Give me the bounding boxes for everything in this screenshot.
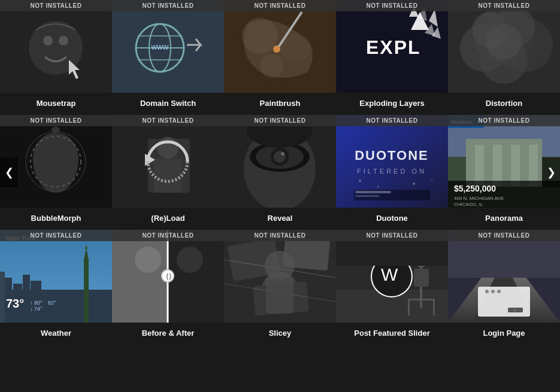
- plugin-name-post-featured-slider: Post Featured Slider: [354, 329, 429, 338]
- plugin-thumb-slicey: NOT INSTALLED: [224, 230, 336, 323]
- svg-point-129: [491, 290, 495, 293]
- svg-text:$5,250,000: $5,250,000: [454, 184, 496, 193]
- plugin-item-exploding-layers[interactable]: NOT INSTALLED EXPL Exploding Layers: [336, 0, 448, 115]
- svg-rect-68: [511, 145, 520, 187]
- plugin-item-reveal[interactable]: NOT INSTALLED Reveal: [224, 115, 336, 230]
- plugin-name-exploding-layers: Exploding Layers: [359, 99, 424, 108]
- svg-text:82°: 82°: [48, 300, 56, 306]
- plugin-name-panorama: Panorama: [485, 214, 523, 223]
- svg-point-107: [265, 251, 295, 281]
- plugin-name-bubblemorph: BubbleMorph: [31, 214, 81, 223]
- svg-point-95: [177, 247, 203, 273]
- svg-point-33: [486, 24, 522, 60]
- svg-rect-132: [483, 302, 525, 306]
- svg-rect-117: [408, 300, 410, 315]
- plugin-item-post-featured-slider[interactable]: NOT INSTALLED W: [336, 230, 448, 345]
- plugin-thumb-weather: NOT INSTALLED: [0, 230, 112, 323]
- plugin-name-paintbrush: Paintbrush: [260, 99, 301, 108]
- svg-rect-96: [175, 273, 205, 323]
- svg-text:⟨⟩: ⟨⟩: [166, 272, 172, 281]
- badge-panorama: NOT INSTALLED: [448, 115, 560, 126]
- badge-weather: NOT INSTALLED: [0, 230, 112, 241]
- badge-domain-switch: NOT INSTALLED: [112, 0, 224, 11]
- plugin-item-before-after[interactable]: NOT INSTALLED ⟨⟩: [112, 230, 224, 345]
- svg-text:↓ 74°: ↓ 74°: [30, 306, 43, 312]
- plugin-name-login-page: Login Page: [483, 329, 525, 338]
- svg-rect-118: [433, 300, 435, 315]
- plugin-thumb-login-page: NOT INSTALLED: [448, 230, 560, 323]
- svg-rect-60: [355, 191, 391, 193]
- svg-text:→: →: [513, 308, 517, 312]
- svg-text:EXPL: EXPL: [366, 37, 421, 58]
- plugin-thumb-exploding-layers: NOT INSTALLED EXPL: [336, 0, 448, 93]
- svg-text:W: W: [381, 265, 398, 284]
- badge-mousetrap: NOT INSTALLED: [0, 0, 112, 11]
- plugin-name-weather: Weather: [41, 329, 71, 338]
- badge-duotone: NOT INSTALLED: [336, 115, 448, 126]
- plugin-name-reload: (Re)Load: [151, 214, 184, 223]
- svg-point-17: [273, 45, 280, 53]
- plugin-thumb-domain-switch: NOT INSTALLED WWW: [112, 0, 224, 93]
- badge-before-after: NOT INSTALLED: [112, 230, 224, 241]
- badge-reveal: NOT INSTALLED: [224, 115, 336, 126]
- plugin-item-slicey[interactable]: NOT INSTALLED Slicey: [224, 230, 336, 345]
- plugin-name-slicey: Slicey: [269, 329, 292, 338]
- svg-text:WWW: WWW: [152, 44, 169, 51]
- badge-exploding-layers: NOT INSTALLED: [336, 0, 448, 11]
- plugin-name-domain-switch: Domain Switch: [140, 99, 196, 108]
- svg-text:DUOTONE: DUOTONE: [355, 148, 429, 163]
- svg-text:CHICAGO, IL: CHICAGO, IL: [454, 202, 483, 207]
- plugin-item-duotone[interactable]: NOT INSTALLED DUOTONE FILTERED ON: [336, 115, 448, 230]
- plugin-item-weather[interactable]: NOT INSTALLED: [0, 230, 112, 345]
- svg-point-39: [157, 137, 178, 159]
- plugin-item-login-page[interactable]: NOT INSTALLED: [448, 230, 560, 345]
- plugin-thumb-mousetrap: NOT INSTALLED: [0, 0, 112, 93]
- svg-point-49: [281, 152, 284, 156]
- plugin-name-before-after: Before & After: [142, 329, 195, 338]
- svg-rect-94: [133, 273, 163, 323]
- svg-rect-69: [529, 145, 538, 187]
- svg-point-93: [135, 247, 161, 273]
- plugin-item-domain-switch[interactable]: NOT INSTALLED WWW Domain Switch: [112, 0, 224, 115]
- svg-point-3: [59, 36, 68, 45]
- badge-bubblemorph: NOT INSTALLED: [0, 115, 112, 126]
- plugin-item-reload[interactable]: NOT INSTALLED (Re)Load: [112, 115, 224, 230]
- svg-point-2: [43, 36, 53, 45]
- badge-slicey: NOT INSTALLED: [224, 230, 336, 241]
- svg-rect-40: [154, 159, 182, 193]
- plugin-name-duotone: Duotone: [376, 214, 408, 223]
- plugin-thumb-distortion: NOT INSTALLED: [448, 0, 560, 93]
- svg-point-57: [431, 179, 432, 180]
- svg-rect-131: [483, 294, 525, 299]
- svg-rect-116: [408, 299, 435, 300]
- svg-point-128: [485, 290, 489, 293]
- badge-login-page: NOT INSTALLED: [448, 230, 560, 241]
- plugin-name-reveal: Reveal: [268, 214, 293, 223]
- plugin-grid: NOT INSTALLED Mousetrap NOT INSTALLED: [0, 0, 560, 345]
- svg-point-54: [359, 180, 361, 182]
- plugin-item-paintbrush[interactable]: NOT INSTALLED Paintbrush: [224, 0, 336, 115]
- svg-text:400 N. MICHIGAN AVE: 400 N. MICHIGAN AVE: [454, 196, 504, 201]
- svg-rect-108: [266, 278, 293, 314]
- svg-rect-82: [0, 272, 5, 323]
- badge-distortion: NOT INSTALLED: [448, 0, 560, 11]
- plugin-thumb-post-featured-slider: NOT INSTALLED W: [336, 230, 448, 323]
- plugin-thumb-duotone: NOT INSTALLED DUOTONE FILTERED ON: [336, 115, 448, 208]
- badge-reload: NOT INSTALLED: [112, 115, 224, 126]
- plugin-item-mousetrap[interactable]: NOT INSTALLED Mousetrap: [0, 0, 112, 115]
- svg-text:73°: 73°: [6, 297, 24, 310]
- svg-rect-66: [475, 145, 484, 187]
- svg-rect-61: [355, 195, 379, 197]
- badge-post-featured-slider: NOT INSTALLED: [336, 230, 448, 241]
- svg-text:FILTERED ON: FILTERED ON: [357, 168, 426, 175]
- plugin-name-mousetrap: Mousetrap: [37, 99, 76, 108]
- svg-point-130: [497, 290, 501, 293]
- svg-point-55: [377, 186, 379, 188]
- svg-rect-83: [84, 260, 89, 323]
- plugin-grid-wrapper: ❮ ❯ NOT INSTALLED Mousetrap: [0, 0, 560, 345]
- plugin-thumb-reveal: NOT INSTALLED: [224, 115, 336, 208]
- plugin-thumb-paintbrush: NOT INSTALLED: [224, 0, 336, 93]
- prev-arrow[interactable]: ❮: [0, 157, 18, 187]
- plugin-item-distortion[interactable]: NOT INSTALLED Distortion: [448, 0, 560, 115]
- next-arrow[interactable]: ❯: [542, 157, 560, 187]
